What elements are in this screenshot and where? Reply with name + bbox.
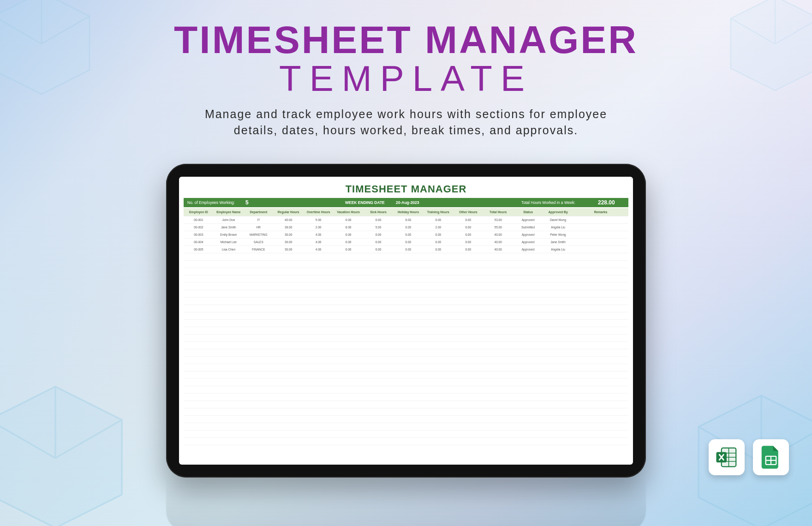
table-row xyxy=(184,327,628,335)
table-row xyxy=(184,401,628,408)
col-header: Employee ID xyxy=(184,208,214,216)
table-row xyxy=(184,268,628,275)
col-header: Approved By xyxy=(543,208,573,216)
page-title-line1: TIMESHEET MANAGER xyxy=(0,18,812,62)
summary-total-hours-label: Total Hours Worked in a Week: xyxy=(518,200,591,205)
col-header: Remarks xyxy=(573,208,628,216)
excel-icon xyxy=(709,439,745,475)
table-row: 00-005Lisa ChenFINANCE36.004.000.000.000… xyxy=(184,246,628,253)
sheet-title: TIMESHEET MANAGER xyxy=(184,183,628,195)
col-header: Sick Hours xyxy=(364,208,394,216)
table-row xyxy=(184,290,628,298)
table-row xyxy=(184,275,628,283)
col-header: Status xyxy=(513,208,543,216)
table-row xyxy=(184,379,628,386)
svg-marker-4 xyxy=(0,387,122,526)
col-header: Regular Hours xyxy=(274,208,304,216)
table-row xyxy=(184,335,628,342)
col-header: Training Hours xyxy=(423,208,453,216)
table-row xyxy=(184,298,628,305)
tablet-frame: TIMESHEET MANAGER No. of Employees Worki… xyxy=(166,164,646,478)
summary-week-ending-value: 20-Aug-2023 xyxy=(392,200,443,205)
table-row xyxy=(184,283,628,290)
summary-total-hours-value: 228.00 xyxy=(591,199,628,206)
table-row xyxy=(184,364,628,371)
table-row xyxy=(184,312,628,320)
timesheet-table: Employee IDEmployee NameDepartmentRegula… xyxy=(184,208,628,445)
col-header: Employee Name xyxy=(214,208,244,216)
table-row xyxy=(184,342,628,349)
table-row xyxy=(184,253,628,261)
table-row xyxy=(184,371,628,379)
table-row xyxy=(184,320,628,327)
table-row: 00-003Emily BrownMARKETING36.004.000.000… xyxy=(184,231,628,239)
summary-employees-label: No. of Employees Working: xyxy=(184,200,239,205)
col-header: Overtime Hours xyxy=(304,208,334,216)
table-row xyxy=(184,394,628,401)
summary-employees-value: 5 xyxy=(239,199,267,206)
spreadsheet-screen: TIMESHEET MANAGER No. of Employees Worki… xyxy=(179,177,633,465)
table-row xyxy=(184,349,628,357)
table-row: 00-001John DoeIT40.005.000.000.008.000.0… xyxy=(184,216,628,224)
table-row xyxy=(184,408,628,416)
table-row xyxy=(184,416,628,423)
tablet-reflection xyxy=(166,476,646,526)
col-header: Holiday Hours xyxy=(393,208,423,216)
table-row xyxy=(184,430,628,438)
summary-week-ending-label: WEEK ENDING DATE xyxy=(341,200,392,205)
col-header: Total Hours xyxy=(483,208,513,216)
col-header: Vacation Hours xyxy=(334,208,364,216)
table-row: 00-004Michael LeeSALES36.004.000.000.000… xyxy=(184,239,628,246)
table-row: 00-002Jane SmithHR38.002.008.005.000.002… xyxy=(184,224,628,231)
page-subtitle: Manage and track employee work hours wit… xyxy=(0,106,812,138)
table-row xyxy=(184,261,628,268)
table-row xyxy=(184,357,628,364)
summary-bar: No. of Employees Working: 5 WEEK ENDING … xyxy=(184,198,628,207)
page-title-line2: TEMPLATE xyxy=(0,58,812,100)
col-header: Department xyxy=(244,208,274,216)
table-row xyxy=(184,423,628,430)
google-sheets-icon xyxy=(753,439,789,475)
col-header: Other Hours xyxy=(453,208,483,216)
table-row xyxy=(184,305,628,312)
table-row xyxy=(184,386,628,394)
table-row xyxy=(184,438,628,445)
